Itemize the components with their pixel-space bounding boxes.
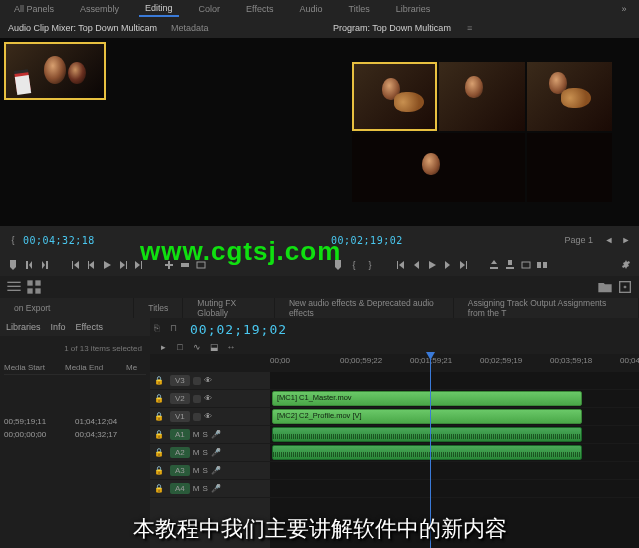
step-back-icon[interactable] (84, 258, 98, 272)
program-viewer[interactable] (325, 38, 639, 226)
clip-v1[interactable]: [MC2] C2_Profile.mov [V] (272, 409, 582, 424)
mute-icon[interactable]: M (193, 448, 200, 457)
extract-icon[interactable] (503, 258, 517, 272)
lock-icon[interactable]: 🔒 (154, 430, 164, 440)
multicam-angle-2[interactable] (439, 62, 524, 131)
eye-icon[interactable]: 👁 (204, 376, 214, 385)
workspace-overflow-icon[interactable]: » (617, 2, 631, 16)
track-header-a3[interactable]: 🔒A3MS🎤 (150, 462, 270, 480)
eye-icon[interactable]: 👁 (204, 394, 214, 403)
clip-v2[interactable]: [MC1] C1_Master.mov (272, 391, 582, 406)
tl-snap-icon[interactable]: ⊓ (170, 323, 182, 335)
new-bin-icon[interactable] (597, 279, 613, 295)
panel-menu-icon[interactable]: ≡ (467, 23, 472, 33)
play-icon[interactable] (100, 258, 114, 272)
tl-tool-1-icon[interactable]: ▸ (156, 340, 170, 354)
mark-out-icon[interactable]: } (363, 258, 377, 272)
tl-tool-2-icon[interactable]: □ (173, 340, 187, 354)
source-tab-mixer[interactable]: Audio Clip Mixer: Top Down Multicam (6, 21, 159, 35)
workspace-tab-assembly[interactable]: Assembly (74, 2, 125, 16)
multicam-angle-3[interactable] (527, 62, 612, 131)
program-tab[interactable]: Program: Top Down Multicam (331, 21, 453, 35)
track-header-v1[interactable]: 🔒V1👁 (150, 408, 270, 426)
lock-icon[interactable]: 🔒 (154, 394, 164, 404)
sync-lock-icon[interactable] (193, 413, 201, 421)
effects-tab-2[interactable]: Muting FX Globally (183, 298, 275, 318)
comparison-view-icon[interactable] (535, 258, 549, 272)
multicam-angle-1[interactable] (352, 62, 437, 131)
tl-tool-5-icon[interactable]: ↔ (224, 340, 238, 354)
track-header-a1[interactable]: 🔒A1MS🎤 (150, 426, 270, 444)
step-fwd-icon[interactable] (116, 258, 130, 272)
col-media-ext[interactable]: Me (126, 363, 146, 372)
source-tab-metadata[interactable]: Metadata (169, 21, 211, 35)
clip-a2[interactable] (272, 445, 582, 460)
lock-icon[interactable]: 🔒 (154, 448, 164, 458)
track-header-v3[interactable]: 🔒V3👁 (150, 372, 270, 390)
track-header-a4[interactable]: 🔒A4MS🎤 (150, 480, 270, 498)
col-media-end[interactable]: Media End (65, 363, 126, 372)
icon-view-icon[interactable] (26, 279, 42, 295)
page-next-icon[interactable]: ► (619, 233, 633, 247)
voice-icon[interactable]: 🎤 (211, 448, 221, 457)
track-lane-v3[interactable] (270, 372, 639, 390)
multicam-angle-5[interactable] (527, 133, 612, 202)
new-item-icon[interactable] (617, 279, 633, 295)
track-lane-a4[interactable] (270, 480, 639, 498)
track-lane-v2[interactable]: [MC1] C1_Master.mov (270, 390, 639, 408)
sync-lock-icon[interactable] (193, 395, 201, 403)
workspace-tab-editing[interactable]: Editing (139, 1, 179, 17)
play-icon[interactable] (425, 258, 439, 272)
project-row[interactable]: 00;00;00;00 00;04;32;17 (4, 428, 146, 441)
project-column-headers[interactable]: Media Start Media End Me (4, 361, 146, 375)
goto-out-icon[interactable] (457, 258, 471, 272)
mark-out-icon[interactable] (38, 258, 52, 272)
mark-in-icon[interactable]: { (347, 258, 361, 272)
lock-icon[interactable]: 🔒 (154, 484, 164, 494)
step-fwd-icon[interactable] (441, 258, 455, 272)
project-tab-effects[interactable]: Effects (76, 322, 103, 332)
source-timecode[interactable]: 00;04;32;18 (23, 235, 95, 246)
workspace-tab-libraries[interactable]: Libraries (390, 2, 437, 16)
voice-icon[interactable]: 🎤 (211, 430, 221, 439)
program-timecode[interactable]: 00;02;19;02 (331, 235, 403, 246)
timeline-ruler[interactable]: 00;00 00;00;59;22 00;01;59;21 00;02;59;1… (150, 354, 639, 372)
workspace-tab-allpanels[interactable]: All Panels (8, 2, 60, 16)
solo-icon[interactable]: S (202, 484, 207, 493)
eye-icon[interactable]: 👁 (204, 412, 214, 421)
mark-in-icon[interactable] (22, 258, 36, 272)
tl-tool-4-icon[interactable]: ⬓ (207, 340, 221, 354)
project-tab-libraries[interactable]: Libraries (6, 322, 41, 332)
settings-icon[interactable] (619, 258, 633, 272)
effects-tab-3[interactable]: New audio effects & Deprecated audio eff… (275, 298, 454, 318)
lock-icon[interactable]: 🔒 (154, 466, 164, 476)
col-media-start[interactable]: Media Start (4, 363, 65, 372)
add-marker-icon[interactable] (6, 258, 20, 272)
goto-in-icon[interactable] (393, 258, 407, 272)
multicam-angle-4[interactable] (352, 133, 525, 202)
lock-icon[interactable]: 🔒 (154, 376, 164, 386)
step-back-icon[interactable] (409, 258, 423, 272)
workspace-tab-audio[interactable]: Audio (293, 2, 328, 16)
track-lane-a2[interactable] (270, 444, 639, 462)
tl-tool-3-icon[interactable]: ∿ (190, 340, 204, 354)
mute-icon[interactable]: M (193, 466, 200, 475)
clip-a1[interactable] (272, 427, 582, 442)
track-lane-v1[interactable]: [MC2] C2_Profile.mov [V] (270, 408, 639, 426)
tl-nest-icon[interactable]: ⎘ (154, 323, 166, 335)
workspace-tab-titles[interactable]: Titles (342, 2, 375, 16)
mark-in-icon[interactable]: { (6, 233, 20, 247)
workspace-tab-effects[interactable]: Effects (240, 2, 279, 16)
solo-icon[interactable]: S (202, 430, 207, 439)
track-lane-a1[interactable] (270, 426, 639, 444)
project-tab-info[interactable]: Info (51, 322, 66, 332)
track-header-a2[interactable]: 🔒A2MS🎤 (150, 444, 270, 462)
timeline-timecode[interactable]: 00;02;19;02 (190, 322, 287, 337)
list-view-icon[interactable] (6, 279, 22, 295)
effects-tab-1[interactable]: Titles (134, 298, 183, 318)
effects-tab-0[interactable]: on Export (0, 298, 134, 318)
goto-in-icon[interactable] (68, 258, 82, 272)
lift-icon[interactable] (487, 258, 501, 272)
lock-icon[interactable]: 🔒 (154, 412, 164, 422)
mute-icon[interactable]: M (193, 430, 200, 439)
